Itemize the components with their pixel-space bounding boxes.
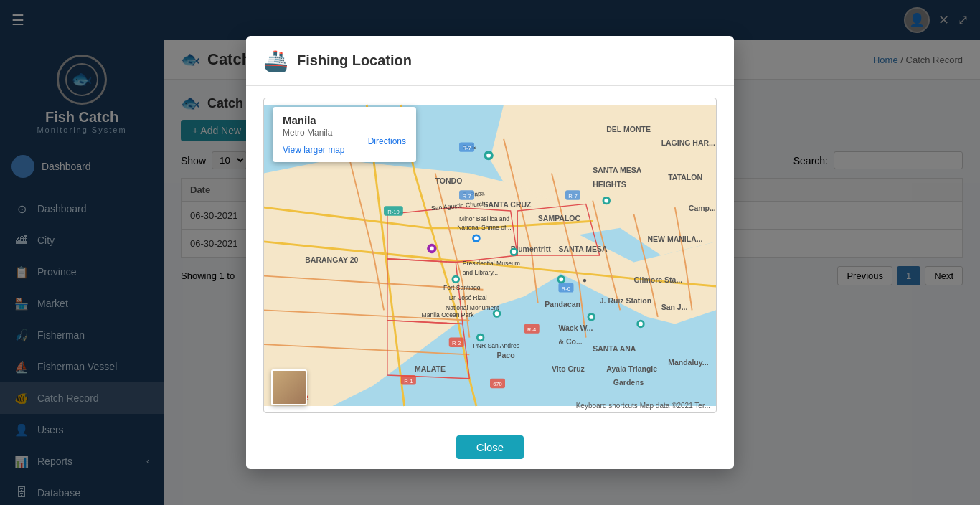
svg-text:PNR San Andres: PNR San Andres <box>473 342 519 349</box>
svg-point-81 <box>639 322 643 326</box>
modal-icon: 🚢 <box>263 49 288 72</box>
svg-text:LAGING HAR...: LAGING HAR... <box>661 138 715 147</box>
svg-text:R-10: R-10 <box>387 209 400 215</box>
svg-point-71 <box>512 250 517 254</box>
svg-text:R-7: R-7 <box>462 145 471 151</box>
map-thumbnail <box>271 369 307 405</box>
svg-text:Gardens: Gardens <box>613 378 644 387</box>
svg-text:Paco: Paco <box>497 351 515 359</box>
svg-text:SAMPALOC: SAMPALOC <box>538 214 581 222</box>
svg-text:Presidential Museum: Presidential Museum <box>463 260 520 267</box>
svg-text:Minor Basilica and: Minor Basilica and <box>459 215 509 222</box>
svg-point-77 <box>559 278 563 282</box>
svg-text:R-7: R-7 <box>568 193 577 199</box>
svg-text:National Monument: National Monument <box>446 304 499 311</box>
modal-overlay[interactable]: 🚢 Fishing Location Manila Metro Manila V… <box>0 0 980 505</box>
svg-point-83 <box>486 154 491 158</box>
svg-point-69 <box>495 311 499 316</box>
svg-point-73 <box>430 247 434 251</box>
svg-text:Fort Santiago: Fort Santiago <box>443 284 481 291</box>
svg-text:San J...: San J... <box>661 303 688 311</box>
svg-text:and Library...: and Library... <box>463 269 498 276</box>
svg-text:Dr. José Rizal: Dr. José Rizal <box>449 294 487 301</box>
map-container: Manila Metro Manila View larger map Dire… <box>263 98 717 413</box>
svg-text:SANTA MESA: SANTA MESA <box>558 245 608 253</box>
svg-text:National Shrine of...: National Shrine of... <box>457 224 511 231</box>
modal-close-button[interactable]: Close <box>456 435 524 459</box>
directions-link[interactable]: Directions <box>368 136 406 146</box>
svg-point-85 <box>604 199 608 203</box>
modal-title: Fishing Location <box>297 52 412 69</box>
svg-text:R-4: R-4 <box>527 326 537 333</box>
svg-text:DEL MONTE: DEL MONTE <box>606 125 651 133</box>
svg-text:HEIGHTS: HEIGHTS <box>593 180 626 189</box>
svg-text:R-7: R-7 <box>462 193 471 199</box>
svg-text:Pandacan: Pandacan <box>545 300 580 308</box>
modal-footer: Close <box>246 425 734 469</box>
map-location-name: Manila <box>283 114 406 126</box>
modal-body: Manila Metro Manila View larger map Dire… <box>246 86 734 425</box>
svg-text:670: 670 <box>493 381 502 387</box>
svg-text:R-1: R-1 <box>404 378 413 384</box>
svg-text:Manila Ocean Park: Manila Ocean Park <box>422 311 475 318</box>
svg-text:Gilmore Sta...: Gilmore Sta... <box>633 275 682 284</box>
svg-text:●: ● <box>583 275 587 284</box>
modal-header: 🚢 Fishing Location <box>246 36 734 86</box>
svg-point-75 <box>479 336 483 340</box>
svg-point-79 <box>589 315 593 319</box>
svg-text:J. Ruiz Station: J. Ruiz Station <box>600 296 651 305</box>
map-info-card: Manila Metro Manila View larger map Dire… <box>273 107 416 162</box>
svg-text:NEW MANILA...: NEW MANILA... <box>648 235 703 243</box>
svg-text:& Co...: & Co... <box>558 337 582 346</box>
svg-text:MALATE: MALATE <box>415 364 446 373</box>
map-attribution: Keyboard shortcuts Map data ©2021 Ter... <box>576 402 710 410</box>
svg-text:R-6: R-6 <box>562 285 570 292</box>
svg-text:TONDO: TONDO <box>435 176 463 185</box>
svg-text:SANTA CRUZ: SANTA CRUZ <box>483 200 532 209</box>
svg-text:Camp...: Camp... <box>689 204 716 212</box>
svg-text:SANTA ANA: SANTA ANA <box>593 344 636 353</box>
svg-text:Wack W...: Wack W... <box>558 324 593 332</box>
svg-text:Vito Cruz: Vito Cruz <box>552 364 585 373</box>
svg-point-67 <box>453 278 458 282</box>
svg-text:TATALON: TATALON <box>668 173 702 181</box>
svg-text:Mandaluy...: Mandaluy... <box>668 358 708 367</box>
svg-text:Ayala Triangle: Ayala Triangle <box>606 364 657 373</box>
svg-text:R-2: R-2 <box>452 340 461 346</box>
svg-text:BARANGAY 20: BARANGAY 20 <box>305 255 358 264</box>
svg-point-65 <box>474 236 479 240</box>
fishing-location-modal: 🚢 Fishing Location Manila Metro Manila V… <box>246 36 734 469</box>
svg-text:SANTA MESA: SANTA MESA <box>593 166 642 174</box>
view-larger-link[interactable]: View larger map <box>283 145 344 155</box>
